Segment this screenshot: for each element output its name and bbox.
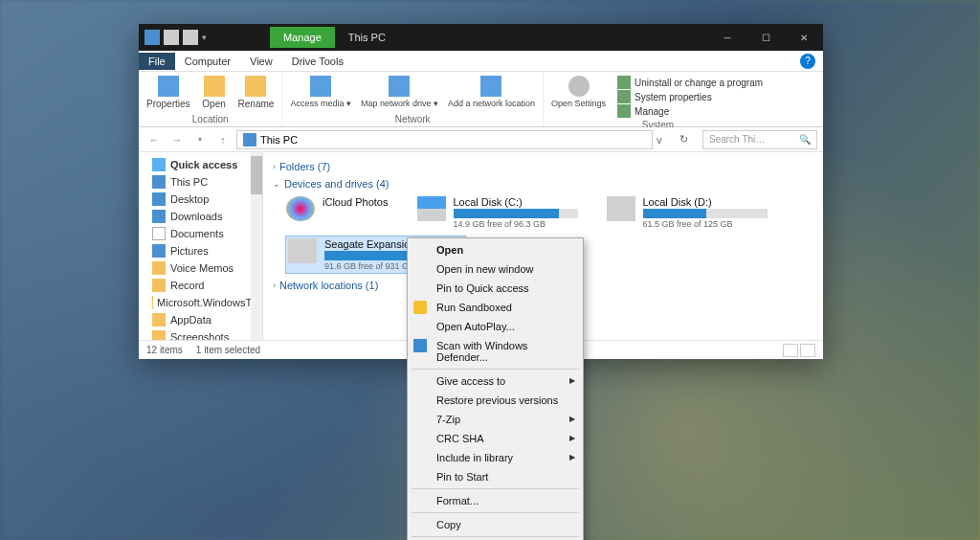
navigation-pane[interactable]: Quick access This PC Desktop Downloads D…	[139, 152, 263, 340]
ribbon-group-location: Properties Open Rename Location	[139, 72, 282, 126]
ctx-restore-versions[interactable]: Restore previous versions	[408, 391, 583, 410]
nav-desktop[interactable]: Desktop	[139, 191, 262, 208]
tiles-view-icon[interactable]	[800, 344, 815, 357]
selected-count: 1 item selected	[196, 345, 260, 355]
maximize-button[interactable]: ☐	[746, 24, 785, 51]
submenu-arrow-icon: ▶	[569, 376, 575, 385]
minimize-button[interactable]: ─	[708, 24, 746, 51]
view-menu[interactable]: View	[240, 53, 282, 70]
forward-button[interactable]: →	[167, 130, 187, 149]
ctx-run-sandboxed[interactable]: Run Sandboxed	[408, 298, 583, 317]
nav-voice-memos[interactable]: Voice Memos	[139, 259, 262, 277]
ctx-pin-start[interactable]: Pin to Start	[408, 467, 583, 486]
rename-button[interactable]: Rename	[234, 74, 278, 114]
explorer-icon[interactable]	[145, 30, 160, 45]
properties-label: Properties	[146, 99, 190, 109]
folders-section[interactable]: ›Folders (7)	[273, 158, 813, 175]
folder-icon	[152, 279, 166, 292]
file-menu[interactable]: File	[139, 53, 175, 70]
rename-label: Rename	[238, 99, 275, 109]
search-placeholder: Search Thi…	[709, 134, 765, 145]
computer-menu[interactable]: Computer	[175, 53, 240, 70]
open-settings-button[interactable]: Open Settings	[547, 74, 610, 120]
nav-screenshots[interactable]: Screenshots	[139, 328, 262, 340]
manage-tab[interactable]: Manage	[270, 27, 335, 48]
ctx-autoplay[interactable]: Open AutoPlay...	[408, 317, 583, 336]
address-path[interactable]: This PC	[236, 130, 653, 149]
nav-documents[interactable]: Documents	[139, 225, 262, 242]
drive-usage-bar	[454, 209, 578, 218]
devices-section[interactable]: ⌄Devices and drives (4)	[273, 175, 813, 192]
drive-c[interactable]: Local Disk (C:) 14.9 GB free of 96.3 GB	[417, 196, 578, 229]
drive-free-text: 14.9 GB free of 96.3 GB	[454, 219, 578, 229]
help-icon[interactable]: ?	[800, 54, 815, 69]
ctx-open[interactable]: Open	[408, 240, 583, 259]
nav-scrollbar[interactable]	[251, 152, 262, 340]
manage-button[interactable]: Manage	[617, 104, 763, 118]
open-label: Open	[202, 99, 225, 109]
manage-label: Manage	[635, 106, 669, 117]
ctx-pin-quick-access[interactable]: Pin to Quick access	[408, 279, 583, 298]
nav-label: Voice Memos	[170, 262, 234, 274]
nav-this-pc[interactable]: This PC	[139, 173, 262, 191]
disk-icon	[607, 196, 635, 221]
external-disk-icon	[288, 238, 317, 263]
ctx-crc-sha[interactable]: CRC SHA▶	[408, 429, 583, 448]
up-button[interactable]: ↑	[213, 130, 233, 149]
nav-quick-access[interactable]: Quick access	[139, 156, 262, 173]
qat-file-icon[interactable]	[183, 30, 198, 45]
drive-name: iCloud Photos	[323, 196, 389, 208]
ribbon-group-network: Access media ▾ Map network drive ▾ Add a…	[282, 72, 544, 126]
uninstall-button[interactable]: Uninstall or change a program	[617, 76, 763, 89]
ctx-format[interactable]: Format...	[408, 491, 583, 510]
ctx-include-library[interactable]: Include in library▶	[408, 448, 583, 467]
details-view-icon[interactable]	[783, 344, 798, 357]
nav-label: Pictures	[170, 245, 209, 257]
properties-button[interactable]: Properties	[143, 74, 194, 114]
search-input[interactable]: Search Thi… 🔍	[702, 130, 817, 149]
recent-dropdown[interactable]: ▾	[190, 130, 210, 149]
nav-label: Desktop	[170, 193, 209, 205]
nav-record[interactable]: Record	[139, 277, 262, 294]
nav-pictures[interactable]: Pictures	[139, 242, 262, 259]
ctx-copy[interactable]: Copy	[408, 515, 583, 534]
open-button[interactable]: Open	[196, 74, 233, 114]
nav-ms-windows[interactable]: Microsoft.WindowsTe	[139, 294, 262, 311]
ctx-separator	[412, 369, 579, 370]
addressbar: ← → ▾ ↑ This PC v ↻ Search Thi… 🔍	[139, 127, 823, 152]
map-drive-button[interactable]: Map network drive ▾	[357, 74, 442, 114]
drive-name: Local Disk (C:)	[454, 196, 578, 208]
submenu-arrow-icon: ▶	[569, 434, 575, 442]
qat-file-icon[interactable]	[164, 30, 179, 45]
ctx-open-new-window[interactable]: Open in new window	[408, 259, 583, 279]
qat-dropdown-icon[interactable]: ▾	[202, 33, 207, 42]
ctx-7zip[interactable]: 7-Zip▶	[408, 410, 583, 429]
drive-d[interactable]: Local Disk (D:) 61.5 GB free of 125 GB	[607, 196, 768, 229]
drive-tools-menu[interactable]: Drive Tools	[282, 53, 353, 70]
open-settings-label: Open Settings	[551, 99, 606, 108]
sys-props-button[interactable]: System properties	[617, 90, 763, 103]
folder-icon	[152, 227, 166, 240]
item-count: 12 items	[146, 345, 183, 355]
drive-free-text: 61.5 GB free of 125 GB	[643, 219, 768, 229]
titlebar[interactable]: ▾ Manage This PC ─ ☐ ✕	[139, 24, 823, 51]
ctx-defender[interactable]: Scan with Windows Defender...	[408, 336, 583, 367]
nav-downloads[interactable]: Downloads	[139, 208, 262, 225]
back-button[interactable]: ←	[145, 130, 164, 149]
refresh-dropdown[interactable]: v	[657, 134, 676, 146]
ctx-separator	[412, 488, 579, 489]
add-location-button[interactable]: Add a network location	[444, 74, 539, 114]
ribbon: Properties Open Rename Location Access m…	[139, 72, 823, 127]
ctx-give-access[interactable]: Give access to▶	[408, 371, 583, 391]
chevron-right-icon: ›	[273, 281, 276, 290]
drive-name: Local Disk (D:)	[643, 196, 768, 208]
drive-icloud[interactable]: iCloud Photos	[286, 196, 389, 229]
refresh-button[interactable]: ↻	[679, 133, 699, 146]
uninstall-icon	[617, 76, 631, 89]
location-group-label: Location	[143, 114, 278, 124]
nav-appdata[interactable]: AppData	[139, 311, 262, 328]
close-button[interactable]: ✕	[785, 24, 823, 51]
nav-scroll-thumb[interactable]	[251, 156, 262, 194]
nav-label: AppData	[170, 314, 212, 326]
access-media-button[interactable]: Access media ▾	[286, 74, 355, 114]
